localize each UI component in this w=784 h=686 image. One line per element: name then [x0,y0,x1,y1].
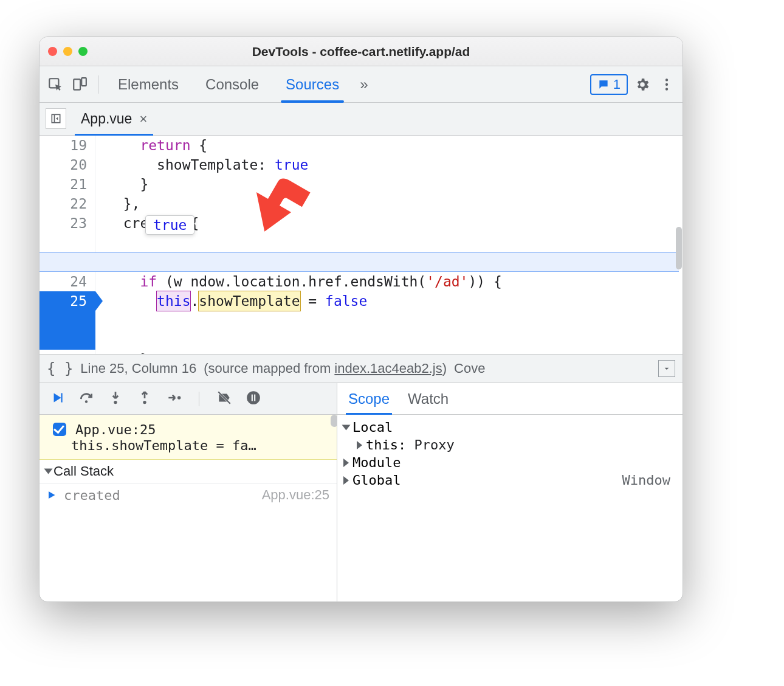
close-tab-icon[interactable]: × [139,111,147,127]
devtools-window: DevTools - coffee-cart.netlify.app/ad El… [39,36,683,602]
chevron-down-icon [44,469,53,474]
breakpoint-card[interactable]: App.vue:25 this.showTemplate = fa… [40,415,337,460]
status-dropdown-icon[interactable] [658,360,675,377]
device-toolbar-icon[interactable] [70,75,89,94]
file-tab-app-vue[interactable]: App.vue × [72,103,156,135]
issues-button[interactable]: 1 [590,74,628,95]
issues-count: 1 [613,77,621,92]
source-map-info: (source mapped from index.1ac4eab2.js) [204,361,447,376]
settings-gear-icon[interactable] [633,75,652,94]
kebab-menu-icon[interactable] [657,75,676,94]
scope-module[interactable]: Module [343,454,676,471]
scope-watch-tabs: Scope Watch [337,383,683,415]
svg-rect-2 [81,78,86,86]
file-tabs: App.vue × [40,103,683,136]
titlebar: DevTools - coffee-cart.netlify.app/ad [40,37,683,66]
svg-point-3 [665,78,668,81]
tab-scope[interactable]: Scope [348,383,390,414]
source-map-link[interactable]: index.1ac4eab2.js [334,361,442,376]
step-out-button[interactable] [137,390,153,408]
execution-line[interactable]: 25 this.showTemplate = false [40,291,683,350]
step-button[interactable] [166,390,182,408]
scope-this[interactable]: this: Proxy [343,436,676,454]
more-tabs-button[interactable]: » [355,66,373,102]
scope-local[interactable]: Local [343,418,676,436]
panel-tabs: Elements Console Sources » 1 [40,66,683,103]
deactivate-breakpoints-button[interactable] [216,390,232,408]
coverage-label: Cove [454,361,485,376]
svg-point-9 [114,400,117,403]
tab-watch[interactable]: Watch [408,383,449,414]
hover-target-prop[interactable]: showTemplate [199,291,300,311]
right-debug-pane: Scope Watch Local this: Proxy Module Glo… [337,383,683,601]
separator [98,75,98,94]
source-editor[interactable]: 19 return { 20 showTemplate: true 21 } 2… [40,136,683,354]
svg-point-5 [665,88,668,90]
svg-point-11 [177,396,181,399]
code-lines: 19 return { 20 showTemplate: true 21 } 2… [40,136,683,354]
tab-elements[interactable]: Elements [107,66,190,102]
left-debug-pane: App.vue:25 this.showTemplate = fa… Call … [40,383,337,601]
breakpoint-snippet: this.showTemplate = fa… [50,438,328,453]
chevron-down-icon [342,424,351,430]
scope-global[interactable]: GlobalWindow [343,471,676,489]
callstack-frame[interactable]: created App.vue:25 [40,483,337,507]
window-title: DevTools - coffee-cart.netlify.app/ad [40,44,683,59]
resume-button[interactable] [49,390,65,408]
minimize-window-button[interactable] [63,47,72,56]
svg-rect-14 [254,394,255,401]
svg-rect-7 [61,393,63,402]
step-over-button[interactable] [78,390,94,408]
frame-location: App.vue:25 [262,487,329,503]
status-bar: { } Line 25, Column 16 (source mapped fr… [40,354,683,383]
hover-target-this[interactable]: this [157,291,190,311]
scrollbar-thumb[interactable] [331,415,337,427]
tab-sources[interactable]: Sources [275,66,350,102]
breakpoint-location: App.vue:25 [75,422,156,437]
file-tab-label: App.vue [81,111,132,127]
callstack-header[interactable]: Call Stack [40,460,337,483]
frame-name: created [64,488,120,503]
chevron-right-icon [343,459,349,467]
pause-on-exceptions-button[interactable] [246,390,261,408]
chevron-right-icon [357,441,362,449]
tab-console[interactable]: Console [194,66,270,102]
debugger-panes: App.vue:25 this.showTemplate = fa… Call … [40,383,683,601]
svg-point-4 [665,83,668,85]
chevron-right-icon [343,476,349,485]
scope-tree: Local this: Proxy Module GlobalWindow [337,415,683,493]
svg-rect-13 [252,394,253,401]
svg-point-10 [143,400,146,403]
svg-point-12 [247,391,260,404]
current-frame-icon [47,490,58,501]
show-navigator-icon[interactable] [46,108,66,129]
traffic-lights [48,47,88,56]
separator [199,392,199,406]
debug-toolbar [40,383,337,415]
scope-global-value: Window [622,473,676,488]
zoom-window-button[interactable] [78,47,88,56]
hover-value-tooltip: true [145,215,194,235]
pretty-print-icon[interactable]: { } [47,360,73,377]
breakpoint-checkbox[interactable] [53,423,66,436]
svg-rect-1 [74,79,80,89]
cursor-position: Line 25, Column 16 [80,361,196,376]
svg-point-8 [85,400,88,403]
close-window-button[interactable] [48,47,57,56]
step-into-button[interactable] [108,390,123,408]
inspect-element-icon[interactable] [46,75,65,94]
